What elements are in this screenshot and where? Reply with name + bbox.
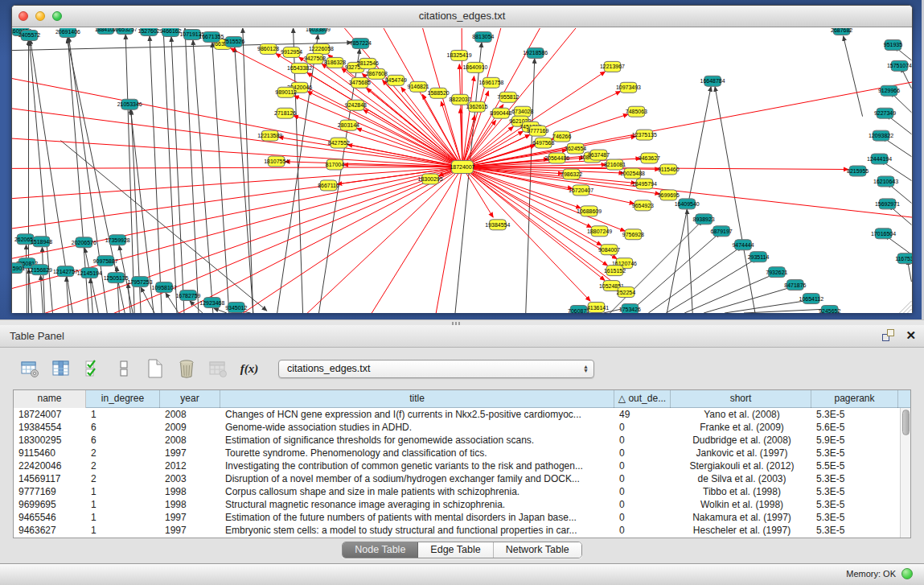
- table-cell[interactable]: Estimation of significance thresholds fo…: [220, 434, 614, 447]
- graph-edge[interactable]: [29, 269, 32, 313]
- column-header-name[interactable]: name: [14, 390, 86, 408]
- table-cell[interactable]: 0: [614, 434, 671, 447]
- table-cell[interactable]: Nakamura et al. (1997): [671, 511, 811, 524]
- table-cell[interactable]: Disruption of a novel member of a sodium…: [220, 472, 614, 485]
- function-builder-icon[interactable]: f(x): [239, 358, 260, 379]
- tab-node-table[interactable]: Node Table: [343, 542, 418, 558]
- table-selector-dropdown[interactable]: citations_edges.txt ▲▼: [278, 360, 594, 378]
- table-cell[interactable]: 5.3E-5: [811, 524, 898, 537]
- table-cell[interactable]: 1: [86, 408, 160, 421]
- table-cell[interactable]: 2: [86, 472, 160, 485]
- graph-edge[interactable]: [193, 40, 213, 313]
- table-row[interactable]: 946554611997Estimation of the future num…: [14, 511, 900, 524]
- table-cell[interactable]: 5.3E-5: [811, 408, 898, 421]
- table-row[interactable]: 977716911998Corpus callosum shape and si…: [14, 485, 900, 498]
- panel-divider[interactable]: [0, 319, 924, 325]
- table-cell[interactable]: 0: [614, 459, 671, 472]
- resize-grip-icon[interactable]: [899, 301, 911, 313]
- table-cell[interactable]: Changes of HCN gene expression and I(f) …: [220, 408, 614, 421]
- show-columns-icon[interactable]: [51, 358, 72, 379]
- table-cell[interactable]: 5.6E-5: [811, 421, 898, 434]
- table-row[interactable]: 911546021997Tourette syndrome. Phenomeno…: [14, 447, 900, 459]
- table-cell[interactable]: Tibbo et al. (1998): [671, 485, 811, 498]
- citation-network-graph[interactable]: 1872400776638229860128991295412226058942…: [12, 28, 912, 313]
- table-row[interactable]: 1938455462009Genome-wide association stu…: [14, 421, 900, 434]
- graph-edge[interactable]: [337, 167, 462, 184]
- memory-status-icon[interactable]: [901, 568, 913, 579]
- table-cell[interactable]: 1998: [160, 485, 220, 498]
- network-canvas[interactable]: 1872400776638229860128991295412226058942…: [12, 28, 912, 313]
- table-cell[interactable]: 5.3E-5: [811, 447, 898, 459]
- tab-edge-table[interactable]: Edge Table: [418, 542, 493, 558]
- column-header-title[interactable]: title: [220, 390, 614, 408]
- table-cell[interactable]: 14569117: [14, 472, 86, 485]
- graph-edge[interactable]: [526, 59, 535, 313]
- table-row[interactable]: 946362711997Embryonic stem cells: a mode…: [14, 524, 900, 537]
- table-cell[interactable]: Stergiakouli et al. (2012): [671, 459, 811, 472]
- table-row[interactable]: 1872400712008Changes of HCN gene express…: [14, 408, 900, 421]
- table-cell[interactable]: Dudbridge et al. (2008): [671, 434, 811, 447]
- table-cell[interactable]: Yano et al. (2008): [671, 408, 811, 421]
- float-panel-icon[interactable]: [882, 329, 894, 341]
- table-cell[interactable]: de Silva et al. (2003): [671, 472, 811, 485]
- table-cell[interactable]: 1997: [160, 524, 220, 537]
- table-cell[interactable]: 6: [86, 434, 160, 447]
- table-row[interactable]: 969969511998Structural magnetic resonanc…: [14, 498, 900, 511]
- graph-edge[interactable]: [163, 28, 177, 313]
- scrollbar-thumb[interactable]: [902, 410, 910, 435]
- table-cell[interactable]: 1998: [160, 498, 220, 511]
- table-cell[interactable]: 0: [614, 472, 671, 485]
- table-vertical-scrollbar[interactable]: [900, 408, 910, 538]
- table-cell[interactable]: 9465546: [14, 511, 86, 524]
- column-header-short[interactable]: short: [671, 390, 811, 408]
- cells-icon[interactable]: [113, 358, 134, 379]
- table-cell[interactable]: 49: [614, 408, 671, 421]
- table-row[interactable]: 1456911722003Disruption of a novel membe…: [14, 472, 900, 485]
- column-header-in_degree[interactable]: in_degree: [86, 390, 160, 408]
- table-cell[interactable]: 0: [614, 447, 671, 459]
- select-rows-icon[interactable]: [82, 358, 103, 379]
- table-cell[interactable]: 5.9E-5: [811, 434, 898, 447]
- graph-edge[interactable]: [844, 36, 863, 117]
- table-cell[interactable]: Corpus callosum shape and size in male p…: [220, 485, 614, 498]
- new-document-icon[interactable]: [145, 358, 166, 379]
- close-panel-icon[interactable]: ✕: [906, 329, 916, 341]
- table-cell[interactable]: Embryonic stem cells: a model to study s…: [220, 524, 614, 537]
- graph-edge[interactable]: [12, 167, 462, 169]
- table-cell[interactable]: 5.3E-5: [811, 498, 898, 511]
- graph-edge[interactable]: [715, 87, 755, 313]
- graph-edge[interactable]: [12, 167, 462, 233]
- table-cell[interactable]: 1997: [160, 447, 220, 459]
- table-cell[interactable]: 1: [86, 511, 160, 524]
- table-cell[interactable]: 2: [86, 447, 160, 459]
- graph-edge[interactable]: [150, 36, 162, 313]
- graph-edge[interactable]: [277, 35, 318, 313]
- graph-edge[interactable]: [648, 246, 741, 313]
- table-cell[interactable]: 9115460: [14, 447, 86, 459]
- column-header-pagerank[interactable]: pagerank: [811, 390, 898, 408]
- table-cell[interactable]: 5.3E-5: [811, 472, 898, 485]
- graph-edge[interactable]: [725, 300, 810, 313]
- table-cell[interactable]: Jankovic et al. (1997): [671, 447, 811, 459]
- table-cell[interactable]: 5.5E-5: [811, 459, 898, 472]
- table-cell[interactable]: Estimation of the future numbers of pati…: [220, 511, 614, 524]
- graph-edge[interactable]: [666, 258, 757, 313]
- network-window-titlebar[interactable]: citations_edges.txt: [12, 6, 912, 27]
- table-cell[interactable]: 18724007: [14, 408, 86, 421]
- table-cell[interactable]: Investigating the contribution of common…: [220, 459, 614, 472]
- table-cell[interactable]: 0: [614, 524, 671, 537]
- table-cell[interactable]: Tourette syndrome. Phenomenology and cla…: [220, 447, 614, 459]
- table-cell[interactable]: 0: [614, 485, 671, 498]
- table-cell[interactable]: 1997: [160, 511, 220, 524]
- table-cell[interactable]: 6: [86, 421, 160, 434]
- graph-edge[interactable]: [12, 137, 462, 167]
- graph-edge[interactable]: [744, 309, 828, 313]
- table-cell[interactable]: 0: [614, 511, 671, 524]
- table-row[interactable]: 1830029562008Estimation of significance …: [14, 434, 900, 447]
- column-header-year[interactable]: year: [160, 390, 220, 408]
- graph-edge[interactable]: [462, 167, 602, 245]
- table-cell[interactable]: 18300295: [14, 434, 86, 447]
- graph-edge[interactable]: [185, 28, 199, 313]
- table-cell[interactable]: 1: [86, 498, 160, 511]
- table-row[interactable]: 2242004622012Investigating the contribut…: [14, 459, 900, 472]
